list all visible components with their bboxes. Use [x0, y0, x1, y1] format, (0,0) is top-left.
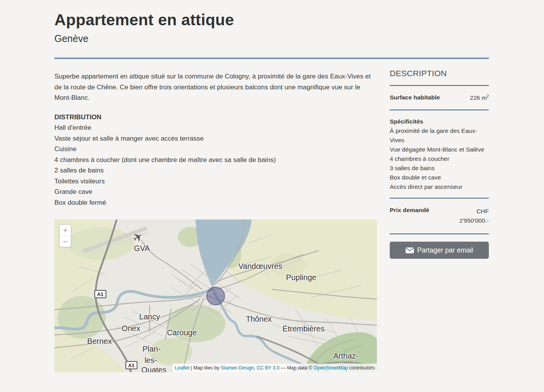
map-marker[interactable] [207, 287, 225, 305]
sidebar: DESCRIPTION Surface habitable 226 m2 Spé… [390, 69, 489, 259]
attribution-link[interactable]: CC BY 3.0 [256, 365, 279, 371]
price-row: Prix demandé CHF 2'950'000.- [390, 199, 489, 233]
header: Appartement en attique Genève [54, 11, 489, 44]
intro-paragraph: Superbe appartement en attique situé sur… [54, 71, 377, 103]
spec-item: À proximité de la gare des Eaux-Vives [390, 126, 489, 145]
specs-heading: Spécificités [390, 117, 489, 126]
header-divider [54, 58, 489, 59]
distribution-list: Hall d'entréeVaste séjour et salle à man… [54, 122, 377, 208]
attribution-link[interactable]: OpenStreetMap [314, 365, 348, 371]
map[interactable]: ✈GVAVandœuvresPuplingeLancyOnexBernexCar… [54, 220, 377, 372]
specs-section: Spécificités À proximité de la gare des … [390, 110, 489, 198]
distribution-item: Grande cave [54, 186, 377, 197]
road-badge-a1: A1 [94, 290, 106, 298]
map-zoom-control: + − [59, 225, 71, 247]
listing-page: Appartement en attique Genève Superbe ap… [0, 0, 544, 392]
surface-label: Surface habitable [390, 94, 440, 101]
distribution-item: Cuisine [54, 144, 377, 155]
map-attribution: Leaflet | Map tiles by Stamen Design, CC… [173, 364, 377, 372]
surface-row: Surface habitable 226 m2 [390, 86, 489, 110]
attribution-text: | Map tiles by [190, 365, 221, 371]
share-email-label: Partager par email [417, 246, 473, 254]
attribution-link[interactable]: Stamen Design [221, 365, 254, 371]
price-label: Prix demandé [390, 207, 429, 214]
surface-value: 226 m2 [470, 94, 489, 101]
page-subtitle: Genève [54, 33, 489, 44]
distribution-item: Vaste séjour et salle à manger avec accè… [54, 133, 377, 144]
price-value: CHF 2'950'000.- [450, 207, 489, 225]
main-content: Superbe appartement en attique situé sur… [54, 71, 377, 372]
sidebar-divider [390, 233, 489, 234]
attribution-link[interactable]: Leaflet [175, 365, 190, 371]
distribution-item: Hall d'entrée [54, 122, 377, 133]
spec-item: 3 salles de bains [390, 164, 489, 173]
zoom-out-button[interactable]: − [60, 236, 71, 247]
zoom-in-button[interactable]: + [60, 225, 71, 236]
distribution-item: Toilettes visiteurs [54, 176, 377, 187]
spec-item: Accès direct par ascenseur [390, 182, 489, 192]
spec-item: 4 chambres à coucher [390, 154, 489, 164]
distribution-item: 2 salles de bains [54, 165, 377, 176]
distribution-heading: DISTRIBUTION [54, 112, 377, 123]
spec-item: Box double et cave [390, 173, 489, 182]
road-badge-a1: A1 [126, 361, 138, 369]
sidebar-heading: DESCRIPTION [390, 69, 489, 78]
distribution-item: Box double fermé [54, 197, 377, 208]
attribution-text: contributors [348, 365, 375, 371]
email-icon [406, 247, 414, 253]
specs-list: À proximité de la gare des Eaux-VivesVue… [390, 126, 489, 192]
spec-item: Vue dégagée Mont-Blanc et Salève [390, 145, 489, 154]
share-email-button[interactable]: Partager par email [390, 242, 489, 259]
attribution-text: — Map data © [279, 365, 314, 371]
distribution-item: 4 chambres à coucher (dont une chambre d… [54, 155, 377, 166]
page-title: Appartement en attique [54, 11, 489, 29]
